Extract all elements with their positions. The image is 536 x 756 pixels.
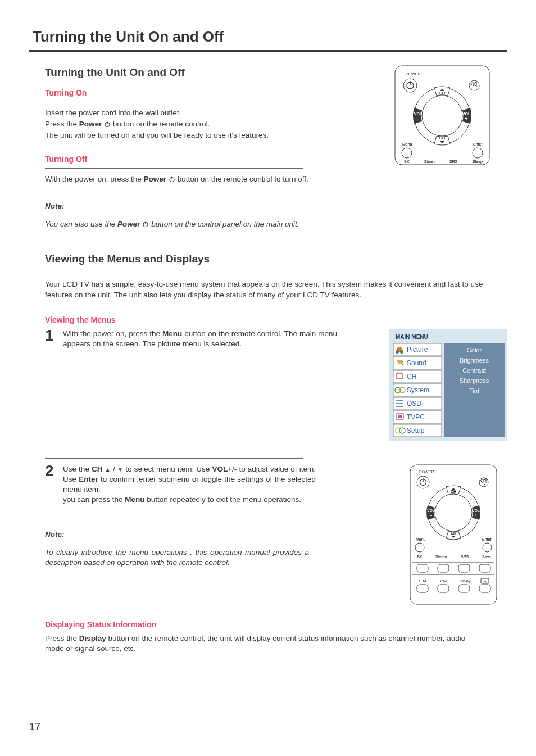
power-icon: [142, 221, 149, 228]
paragraph: Insert the power cord into the wall outl…: [45, 108, 337, 118]
paragraph: Press the Display button on the remote c…: [45, 633, 483, 654]
paragraph: With the power on, press the Power butto…: [45, 174, 312, 184]
svg-text:Tint: Tint: [469, 387, 479, 394]
power-icon: [169, 176, 175, 183]
text-bold: Power: [117, 220, 140, 228]
svg-text:System: System: [407, 386, 429, 394]
page-number: 17: [29, 720, 40, 734]
paragraph: Your LCD TV has a simple, easy-to-use me…: [45, 279, 483, 300]
step-text: With the power on, press the Menu button…: [63, 329, 337, 349]
svg-text:Brightness: Brightness: [460, 357, 489, 364]
divider: [29, 50, 507, 52]
paragraph: Press the Power button on the remote con…: [45, 119, 337, 129]
divider: [45, 168, 303, 169]
svg-text:SRS: SRS: [461, 555, 469, 559]
section-heading-menus: Viewing the Menus and Displays: [45, 252, 507, 266]
svg-text:+: +: [465, 116, 467, 121]
svg-text:BK: BK: [404, 160, 410, 164]
svg-text:Sleep: Sleep: [482, 555, 492, 559]
text: Press the: [45, 120, 79, 128]
up-down-icon: ▲: [105, 467, 111, 473]
sub-heading-turning-off: Turning Off: [45, 154, 383, 165]
text: to confirm ,enter submenu or toggle the …: [63, 475, 316, 494]
svg-text:MAIN MENU: MAIN MENU: [396, 334, 428, 340]
step-number: 1: [45, 328, 55, 349]
text-bold: Power: [79, 120, 102, 128]
svg-text:Setup: Setup: [407, 427, 425, 434]
osd-menu-diagram: MAIN MENU Picture Sound CH System OSD TV…: [389, 329, 507, 441]
svg-text:Menu: Menu: [402, 142, 412, 146]
svg-text:–: –: [430, 513, 433, 518]
svg-text:Display: Display: [458, 579, 471, 583]
svg-text:S.M: S.M: [419, 579, 426, 583]
svg-text:VOL: VOL: [414, 112, 423, 116]
svg-text:SRS: SRS: [449, 160, 458, 164]
svg-text:CH: CH: [439, 136, 445, 140]
svg-text:P.M: P.M: [440, 579, 447, 583]
svg-text:VOL: VOL: [427, 509, 434, 513]
svg-text:CH: CH: [439, 91, 445, 95]
note-body: To clearly introduce the menu operations…: [45, 547, 309, 568]
divider: [45, 458, 303, 459]
text: button repeatedly to exit the menu opera…: [145, 495, 301, 504]
text-bold: Display: [79, 634, 106, 642]
note-label: Note:: [45, 201, 383, 211]
svg-text:CH: CH: [451, 531, 456, 535]
svg-text:POWER: POWER: [406, 72, 420, 76]
up-down-icon: ▼: [117, 467, 123, 473]
svg-text:BK: BK: [417, 555, 423, 559]
step: 2 Use the CH ▲ / ▼ to select menu item. …: [45, 464, 337, 505]
svg-text:OSD: OSD: [407, 400, 421, 408]
text: With the power on, press the: [63, 329, 162, 338]
svg-text:Menu: Menu: [416, 537, 426, 541]
svg-text:Stereo: Stereo: [435, 555, 447, 559]
sub-heading-display-status: Displaying Status Information: [45, 619, 507, 630]
svg-rect-56: [398, 415, 402, 418]
svg-text:Sound: Sound: [407, 359, 426, 367]
sub-heading-turning-on: Turning On: [45, 88, 383, 98]
svg-text:CH: CH: [451, 490, 456, 494]
svg-text:Sleep: Sleep: [473, 160, 483, 164]
chapter-title: Turning the Unit On and Off: [33, 27, 507, 47]
sub-heading-viewing-menus: Viewing the Menus: [45, 315, 507, 325]
text: Use the: [63, 465, 92, 473]
text: you can press the: [63, 495, 125, 504]
text: button on the remote control.: [113, 120, 210, 128]
svg-text:–: –: [416, 116, 419, 121]
svg-text:VOL: VOL: [462, 112, 471, 116]
svg-text:Stereo: Stereo: [424, 160, 436, 164]
step-text: Use the CH ▲ / ▼ to select menu item. Us…: [63, 464, 316, 505]
svg-rect-39: [393, 370, 442, 383]
text-bold: Menu: [125, 495, 144, 504]
text-bold: Power: [144, 175, 167, 183]
svg-text:Contrast: Contrast: [462, 367, 486, 374]
remote-diagram-top: POWER CH CH VOL–: [394, 65, 507, 166]
note-label: Note:: [45, 529, 394, 540]
text-bold: Enter: [79, 475, 98, 483]
step-number: 2: [45, 463, 55, 505]
svg-text:Enter: Enter: [482, 537, 492, 541]
section-heading: Turning the Unit On and Off: [45, 65, 383, 80]
svg-text:+: +: [475, 513, 478, 518]
text: With the power on, press the: [45, 175, 144, 183]
text: button on the remote control to turn off…: [178, 175, 308, 183]
svg-text:TVPC: TVPC: [407, 413, 425, 421]
svg-text:Picture: Picture: [407, 346, 428, 354]
text: You can also use the: [45, 220, 117, 228]
step: 1 With the power on, press the Menu butt…: [45, 329, 337, 349]
note-body: You can also use the Power button on the…: [45, 219, 383, 229]
svg-text:VOL: VOL: [472, 509, 479, 513]
text: button on the control panel on the main …: [151, 220, 299, 228]
svg-point-34: [400, 350, 403, 354]
svg-text:Sharpness: Sharpness: [460, 377, 489, 384]
svg-text:Enter: Enter: [473, 142, 483, 146]
svg-point-35: [396, 350, 399, 354]
power-icon: [104, 121, 111, 128]
svg-text:POWER: POWER: [419, 470, 434, 474]
paragraph: The unit will be turned on and you will …: [45, 130, 337, 141]
text: button on the remote control, the unit w…: [45, 634, 465, 653]
text: Press the: [45, 634, 79, 642]
svg-text:CH: CH: [407, 373, 416, 381]
text: to select menu item. Use: [125, 465, 212, 473]
remote-diagram-bottom: POWER CH CH VOL– VOL+ Menu Enter: [406, 464, 507, 605]
